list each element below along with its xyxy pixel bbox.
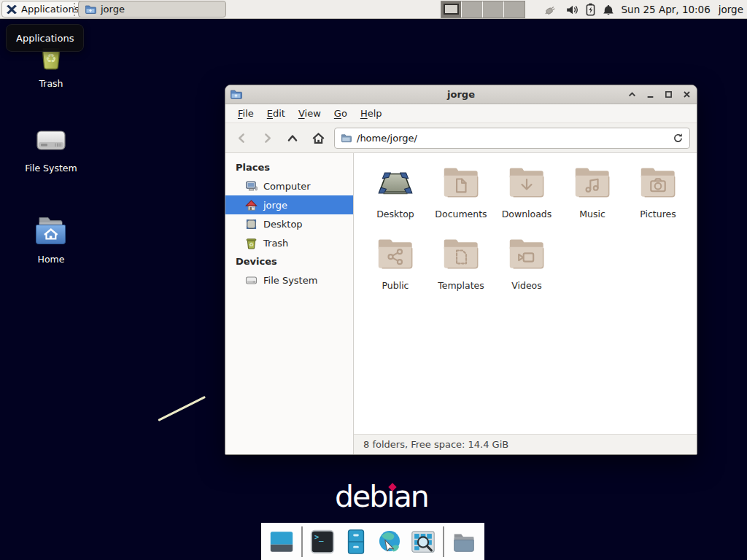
dock-folder-icon[interactable] (450, 527, 478, 556)
username-label[interactable]: jorge (719, 4, 743, 15)
sidebar-item-jorge[interactable]: jorge (225, 195, 353, 214)
view-column: DesktopDocumentsDownloadsMusicPicturesPu… (354, 153, 697, 454)
debian-wordmark: debıan (335, 479, 428, 514)
folder-music[interactable]: Music (560, 160, 625, 232)
home-icon (245, 199, 258, 211)
taskbar-folder-icon (85, 4, 96, 15)
desktop-folder-icon (376, 164, 415, 203)
folder-pictures[interactable]: Pictures (625, 160, 691, 232)
dock-separator (443, 526, 444, 557)
menu-view[interactable]: View (292, 105, 328, 122)
applications-icon (6, 4, 18, 15)
folder-label: Pictures (640, 209, 676, 219)
computer-icon (245, 180, 258, 192)
camera-folder-icon (638, 164, 678, 203)
folder-label: Desktop (376, 209, 414, 219)
folder-label: Documents (435, 209, 487, 219)
sidebar-item-desktop[interactable]: Desktop (225, 214, 353, 233)
home-button[interactable] (309, 128, 328, 148)
window-body: PlacesComputerjorgeDesktop♻TrashDevicesF… (225, 153, 697, 454)
applications-menu-button[interactable]: Applications (1, 1, 85, 18)
sidebar-item-computer[interactable]: Computer (225, 176, 353, 195)
sidebar-item-trash[interactable]: ♻Trash (225, 233, 353, 252)
back-button[interactable] (232, 128, 251, 148)
file-view[interactable]: DesktopDocumentsDownloadsMusicPicturesPu… (354, 153, 697, 434)
trash-icon: ♻ (245, 237, 258, 249)
sidebar-item-label: Desktop (263, 219, 303, 230)
up-button[interactable] (283, 128, 302, 148)
workspace-switcher[interactable] (441, 1, 525, 18)
titlebar[interactable]: jorge (225, 85, 697, 104)
video-folder-icon (507, 236, 546, 275)
desktop-icon-file-system[interactable]: File System (7, 122, 95, 174)
shade-button[interactable] (626, 89, 638, 101)
panel-right-section: Sun 25 Apr, 10:06 jorge (441, 0, 747, 19)
dock-file-cabinet-icon[interactable] (342, 527, 370, 556)
folder-public[interactable]: Public (363, 232, 428, 303)
close-button[interactable] (681, 89, 692, 101)
side-pane: PlacesComputerjorgeDesktop♻TrashDevicesF… (225, 153, 354, 454)
template-folder-icon (441, 236, 481, 275)
forward-button[interactable] (258, 128, 276, 148)
sidebar-item-label: File System (263, 275, 317, 286)
clock[interactable]: Sun 25 Apr, 10:06 (622, 4, 711, 15)
folder-label: Templates (438, 280, 484, 291)
dock-web-browser-icon[interactable] (376, 527, 403, 556)
svg-text:♻: ♻ (249, 241, 254, 247)
desktop-icon-home[interactable]: Home (7, 214, 95, 265)
desktop-icon (245, 218, 258, 230)
folder-desktop[interactable]: Desktop (363, 160, 428, 232)
screen: { "panel": { "applications_label": "Appl… (0, 0, 747, 560)
tooltip-text: Applications (16, 33, 74, 44)
workspace-4[interactable] (504, 1, 525, 18)
statusbar-text: 8 folders, Free space: 14.4 GiB (363, 439, 508, 450)
menu-go[interactable]: Go (328, 105, 354, 122)
debian-logo: debıan (335, 482, 428, 512)
path-input[interactable]: /home/jorge/ (357, 133, 667, 144)
panel-handle[interactable] (74, 3, 77, 16)
dock-separator (301, 526, 303, 557)
system-tray (543, 3, 614, 16)
dock-app-finder-icon[interactable] (409, 527, 437, 556)
menubar: FileEditViewGoHelp (225, 104, 697, 123)
menu-edit[interactable]: Edit (260, 105, 292, 122)
svg-text:>_: >_ (314, 532, 324, 542)
sidebar-item-label: Computer (263, 181, 311, 192)
desktop-icon-label: Home (7, 254, 95, 265)
drive-icon (245, 274, 258, 287)
battery-icon[interactable] (585, 3, 596, 16)
minimize-button[interactable] (644, 89, 656, 101)
notifications-icon[interactable] (603, 4, 614, 16)
folder-label: Public (382, 280, 409, 291)
applications-label: Applications (21, 4, 79, 15)
volume-icon[interactable] (565, 4, 578, 16)
statusbar: 8 folders, Free space: 14.4 GiB (354, 434, 697, 454)
path-bar[interactable]: /home/jorge/ (334, 128, 690, 149)
reload-icon[interactable] (673, 133, 684, 144)
dock-show-desktop-icon[interactable] (268, 527, 295, 556)
path-folder-icon (341, 133, 352, 144)
maximize-button[interactable] (662, 89, 674, 101)
top-panel: Applications jorge Sun 25 Apr, 10:06 jor… (0, 0, 747, 19)
folder-templates[interactable]: Templates (428, 232, 494, 303)
dock-terminal-icon[interactable]: >_ (309, 527, 336, 556)
workspace-2[interactable] (462, 1, 483, 18)
workspace-1[interactable] (441, 1, 462, 18)
sidebar-header-devices: Devices (225, 252, 353, 271)
drive-icon (34, 122, 69, 158)
sidebar-item-file-system[interactable]: File System (225, 271, 353, 289)
toolbar: /home/jorge/ (225, 123, 697, 153)
folder-downloads[interactable]: Downloads (494, 160, 560, 232)
workspace-3[interactable] (483, 1, 504, 18)
svg-text:♻: ♻ (45, 51, 56, 66)
taskbar-window-button[interactable]: jorge (78, 1, 226, 18)
taskbar-window-label: jorge (101, 4, 125, 15)
workspace-window-preview (444, 4, 459, 15)
menu-file[interactable]: File (231, 105, 260, 122)
share-folder-icon (376, 236, 415, 275)
network-icon[interactable] (543, 4, 559, 16)
music-folder-icon (573, 164, 612, 203)
folder-documents[interactable]: Documents (428, 160, 494, 232)
menu-help[interactable]: Help (354, 105, 389, 122)
folder-videos[interactable]: Videos (494, 232, 560, 303)
